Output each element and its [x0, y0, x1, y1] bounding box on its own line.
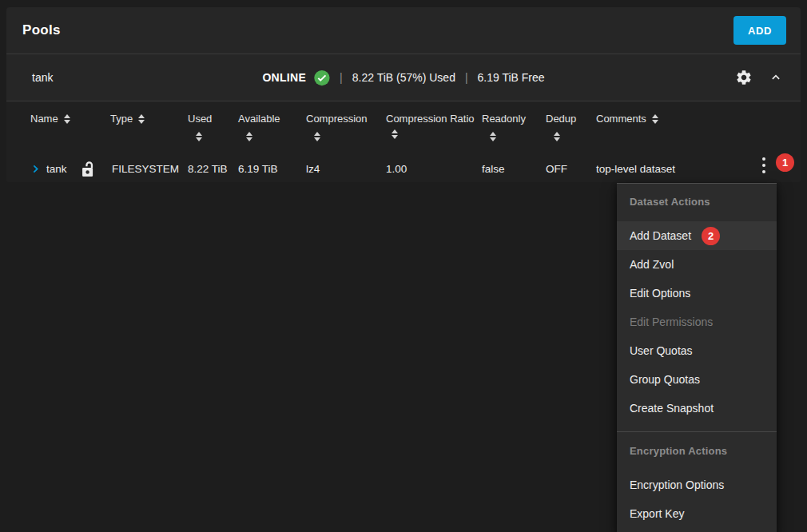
dataset-compression-ratio: 1.00	[386, 163, 482, 175]
dataset-actions-menu: Dataset Actions Add Dataset 2 Add Zvol E…	[617, 183, 777, 532]
column-header-name[interactable]: Name	[30, 111, 110, 126]
dataset-compression: lz4	[306, 163, 386, 175]
sort-icon	[314, 132, 320, 141]
check-circle-icon	[313, 69, 330, 86]
menu-item-add-zvol[interactable]: Add Zvol	[617, 250, 777, 279]
sort-icon	[246, 132, 252, 141]
column-header-dedup[interactable]: Dedup	[546, 111, 596, 141]
dataset-readonly: false	[482, 163, 546, 175]
pool-used: 8.22 TiB (57%) Used	[352, 71, 455, 84]
card-header: Pools ADD	[6, 7, 801, 54]
table-header-row: Name Type Used Available Compression Com…	[6, 101, 801, 141]
expand-chevron-icon[interactable]	[30, 164, 41, 174]
add-button[interactable]: ADD	[733, 16, 786, 45]
pool-free: 6.19 TiB Free	[478, 71, 545, 84]
step-badge-1: 1	[776, 153, 794, 172]
pool-status-label: ONLINE	[262, 71, 306, 84]
menu-item-export-key[interactable]: Export Key	[617, 499, 777, 528]
sort-icon	[64, 114, 70, 124]
pool-name: tank	[32, 71, 53, 84]
dataset-type: FILESYSTEM	[112, 163, 179, 175]
menu-item-create-snapshot[interactable]: Create Snapshot	[617, 394, 777, 423]
menu-item-edit-permissions: Edit Permissions	[617, 308, 777, 336]
menu-section-header: Dataset Actions	[617, 188, 777, 215]
menu-divider	[617, 431, 777, 432]
menu-item-edit-options[interactable]: Edit Options	[617, 279, 777, 308]
column-header-comments[interactable]: Comments	[596, 111, 801, 126]
datasets-table: Name Type Used Available Compression Com…	[6, 101, 801, 182]
status-separator: |	[337, 71, 345, 84]
menu-item-add-dataset[interactable]: Add Dataset 2	[617, 221, 777, 250]
column-header-available[interactable]: Available	[238, 111, 306, 141]
chevron-up-icon[interactable]	[769, 70, 783, 85]
status-separator: |	[463, 71, 471, 84]
sort-icon	[652, 114, 658, 124]
dataset-comments: top-level dataset	[596, 163, 801, 175]
menu-item-encryption-options[interactable]: Encryption Options	[617, 470, 777, 499]
table-row: tank FILESYSTEM 8.22 TiB 6.19 TiB lz4 1.…	[6, 153, 801, 182]
sort-icon	[196, 132, 202, 141]
sort-icon	[554, 132, 560, 141]
pools-card: Pools ADD tank ONLINE | 8.22 TiB (57%) U…	[6, 7, 801, 182]
column-header-compression[interactable]: Compression	[306, 111, 386, 141]
sort-icon	[490, 132, 496, 141]
pool-status: ONLINE | 8.22 TiB (57%) Used | 6.19 TiB …	[262, 69, 544, 86]
dataset-used: 8.22 TiB	[188, 163, 238, 175]
column-header-readonly[interactable]: Readonly	[482, 111, 546, 141]
unlocked-padlock-icon	[80, 159, 112, 178]
menu-item-user-quotas[interactable]: User Quotas	[617, 336, 777, 365]
step-badge-2: 2	[702, 227, 720, 245]
page-title: Pools	[22, 22, 61, 38]
sort-icon	[138, 114, 145, 124]
dataset-name: tank	[46, 163, 67, 175]
dataset-dedup: OFF	[546, 163, 596, 175]
column-header-used[interactable]: Used	[188, 111, 238, 141]
kebab-menu-icon[interactable]	[759, 154, 769, 177]
menu-section-header: Encryption Actions	[617, 437, 777, 464]
column-header-compression-ratio[interactable]: Compression Ratio	[386, 111, 482, 141]
gear-icon[interactable]	[735, 69, 753, 86]
column-header-type[interactable]: Type	[110, 111, 188, 126]
menu-item-group-quotas[interactable]: Group Quotas	[617, 365, 777, 394]
dataset-type-cell: FILESYSTEM	[110, 159, 188, 178]
pool-summary-row: tank ONLINE | 8.22 TiB (57%) Used | 6.19…	[6, 54, 801, 101]
dataset-available: 6.19 TiB	[238, 163, 306, 175]
sort-icon	[392, 129, 398, 139]
